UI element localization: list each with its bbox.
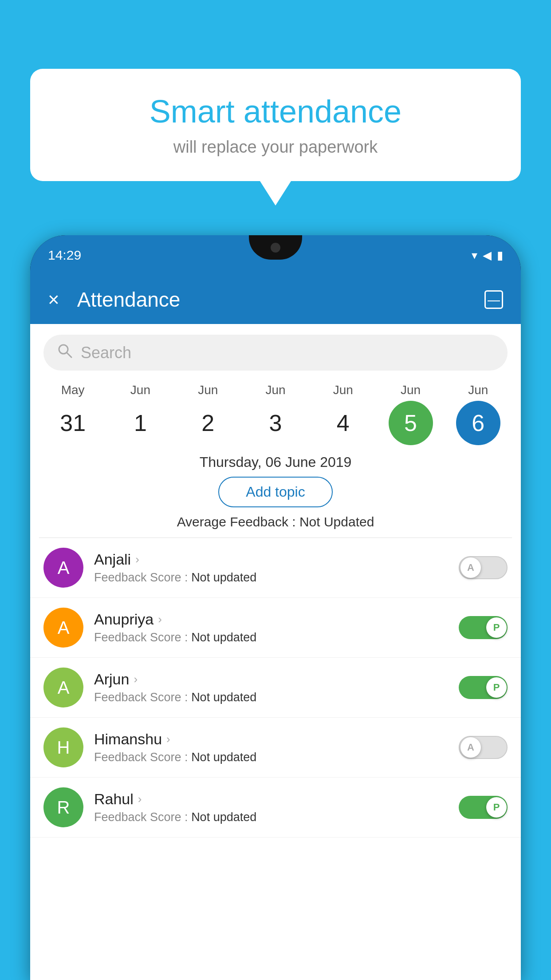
student-item-3[interactable]: HHimanshu›Feedback Score : Not updatedA xyxy=(30,718,521,778)
student-avatar-2: A xyxy=(43,668,83,707)
student-item-0[interactable]: AAnjali›Feedback Score : Not updatedA xyxy=(30,538,521,598)
date-num-2[interactable]: 2 xyxy=(186,401,230,445)
student-name-0: Anjali› xyxy=(94,551,459,568)
student-avatar-1: A xyxy=(43,608,83,648)
student-name-text-0: Anjali xyxy=(94,551,131,568)
chevron-right-icon-0: › xyxy=(135,553,139,566)
student-feedback-4: Feedback Score : Not updated xyxy=(94,810,459,824)
date-num-6[interactable]: 6 xyxy=(456,401,500,445)
feedback-value-2: Not updated xyxy=(191,691,256,704)
avg-feedback: Average Feedback : Not Updated xyxy=(30,514,521,530)
toggle-wrapper-2[interactable]: P xyxy=(459,676,508,699)
add-topic-button[interactable]: Add topic xyxy=(218,477,332,507)
attendance-toggle-1[interactable]: P xyxy=(459,616,508,639)
student-name-text-1: Anupriya xyxy=(94,611,153,628)
wifi-icon: ▾ xyxy=(472,249,477,262)
speech-bubble-container: Smart attendance will replace your paper… xyxy=(30,69,521,205)
date-num-0[interactable]: 31 xyxy=(51,401,95,445)
student-avatar-3: H xyxy=(43,727,83,767)
student-feedback-3: Feedback Score : Not updated xyxy=(94,751,459,764)
student-avatar-0: A xyxy=(43,548,83,588)
speech-bubble-arrow xyxy=(260,181,291,205)
toggle-wrapper-1[interactable]: P xyxy=(459,616,508,639)
student-feedback-1: Feedback Score : Not updated xyxy=(94,631,459,644)
student-name-2: Arjun› xyxy=(94,671,459,688)
svg-line-1 xyxy=(67,352,71,357)
attendance-toggle-2[interactable]: P xyxy=(459,676,508,699)
date-month-6: Jun xyxy=(468,383,488,397)
student-name-3: Himanshu› xyxy=(94,731,459,748)
avg-feedback-label: Average Feedback : xyxy=(177,514,296,529)
toggle-knob-4: P xyxy=(486,797,507,818)
toggle-wrapper-4[interactable]: P xyxy=(459,796,508,819)
toggle-knob-2: P xyxy=(486,677,507,698)
search-input[interactable]: Search xyxy=(81,344,131,362)
student-feedback-2: Feedback Score : Not updated xyxy=(94,691,459,704)
student-name-text-4: Rahul xyxy=(94,790,134,808)
date-month-0: May xyxy=(61,383,85,397)
date-month-2: Jun xyxy=(198,383,218,397)
toggle-knob-0: A xyxy=(460,557,481,578)
toggle-knob-3: A xyxy=(460,737,481,758)
toggle-wrapper-0[interactable]: A xyxy=(459,556,508,579)
search-icon xyxy=(57,343,73,363)
add-topic-container: Add topic xyxy=(30,477,521,507)
date-col-1[interactable]: Jun1 xyxy=(111,383,169,445)
date-col-0[interactable]: May31 xyxy=(44,383,102,445)
attendance-toggle-0[interactable]: A xyxy=(459,556,508,579)
date-col-2[interactable]: Jun2 xyxy=(179,383,237,445)
signal-icon: ◀ xyxy=(483,249,492,262)
student-feedback-0: Feedback Score : Not updated xyxy=(94,571,459,585)
attendance-toggle-3[interactable]: A xyxy=(459,736,508,759)
date-month-1: Jun xyxy=(130,383,150,397)
student-list: AAnjali›Feedback Score : Not updatedAAAn… xyxy=(30,538,521,980)
status-icons: ▾ ◀ ▮ xyxy=(472,249,503,262)
student-name-1: Anupriya› xyxy=(94,611,459,628)
feedback-value-4: Not updated xyxy=(191,810,256,824)
date-num-1[interactable]: 1 xyxy=(118,401,162,445)
app-title: Attendance xyxy=(77,288,484,312)
student-name-text-2: Arjun xyxy=(94,671,129,688)
student-info-2: Arjun›Feedback Score : Not updated xyxy=(94,671,459,704)
student-info-0: Anjali›Feedback Score : Not updated xyxy=(94,551,459,585)
date-month-5: Jun xyxy=(401,383,421,397)
status-bar: 14:29 ▾ ◀ ▮ xyxy=(30,235,521,275)
battery-icon: ▮ xyxy=(497,249,503,262)
speech-bubble-title: Smart attendance xyxy=(57,93,494,130)
date-col-3[interactable]: Jun3 xyxy=(247,383,304,445)
date-num-5[interactable]: 5 xyxy=(389,401,433,445)
student-name-4: Rahul› xyxy=(94,790,459,808)
date-month-3: Jun xyxy=(265,383,285,397)
chevron-right-icon-4: › xyxy=(138,792,142,806)
date-num-3[interactable]: 3 xyxy=(253,401,298,445)
feedback-value-0: Not updated xyxy=(191,571,256,584)
date-col-4[interactable]: Jun4 xyxy=(314,383,372,445)
student-item-4[interactable]: RRahul›Feedback Score : Not updatedP xyxy=(30,778,521,838)
close-button[interactable]: × xyxy=(48,288,59,311)
phone-frame: 14:29 ▾ ◀ ▮ × Attendance Search xyxy=(30,235,521,980)
toggle-wrapper-3[interactable]: A xyxy=(459,736,508,759)
student-item-2[interactable]: AArjun›Feedback Score : Not updatedP xyxy=(30,658,521,718)
date-num-4[interactable]: 4 xyxy=(321,401,365,445)
attendance-toggle-4[interactable]: P xyxy=(459,796,508,819)
student-info-4: Rahul›Feedback Score : Not updated xyxy=(94,790,459,824)
selected-date-label: Thursday, 06 June 2019 xyxy=(30,454,521,470)
student-info-1: Anupriya›Feedback Score : Not updated xyxy=(94,611,459,644)
app-screen: × Attendance Search May31Jun1Jun2Jun3Jun… xyxy=(30,275,521,980)
student-info-3: Himanshu›Feedback Score : Not updated xyxy=(94,731,459,764)
student-avatar-4: R xyxy=(43,787,83,827)
date-col-5[interactable]: Jun5 xyxy=(382,383,440,445)
feedback-value-1: Not updated xyxy=(191,631,256,644)
speech-bubble: Smart attendance will replace your paper… xyxy=(30,69,521,181)
student-name-text-3: Himanshu xyxy=(94,731,162,748)
date-col-6[interactable]: Jun6 xyxy=(449,383,507,445)
feedback-value-3: Not updated xyxy=(191,751,256,764)
chevron-right-icon-2: › xyxy=(134,672,138,686)
chevron-right-icon-1: › xyxy=(158,612,162,626)
app-topbar: × Attendance xyxy=(30,275,521,324)
search-bar[interactable]: Search xyxy=(43,335,508,371)
student-item-1[interactable]: AAnupriya›Feedback Score : Not updatedP xyxy=(30,598,521,658)
calendar-icon[interactable] xyxy=(484,290,503,309)
phone-notch xyxy=(249,235,302,260)
speech-bubble-subtitle: will replace your paperwork xyxy=(57,138,494,157)
